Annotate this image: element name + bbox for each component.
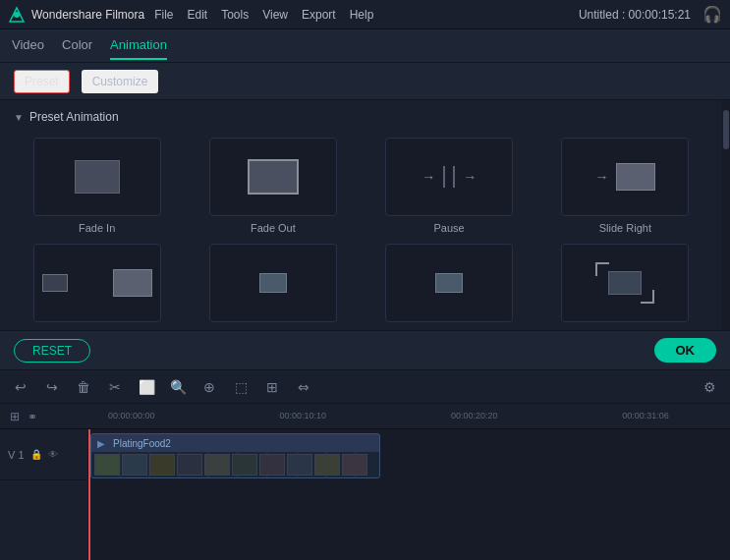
ok-button[interactable]: OK bbox=[654, 338, 717, 363]
scroll-bar[interactable] bbox=[722, 100, 730, 330]
animation-content: ▼ Preset Animation Fade In Fade Out bbox=[0, 100, 722, 330]
menu-export[interactable]: Export bbox=[302, 8, 336, 22]
anim-thumb-pause[interactable]: → → bbox=[385, 138, 513, 216]
tab-bar: Video Color Animation bbox=[0, 29, 730, 63]
adjust-button[interactable]: ⇔ bbox=[293, 376, 314, 398]
expand-corner-tl bbox=[595, 262, 609, 276]
anim-thumb-fade-out[interactable] bbox=[209, 138, 337, 216]
rotate-button[interactable]: ⊕ bbox=[198, 376, 220, 398]
toolbar: ↩ ↪ 🗑 ✂ ⬜ 🔍 ⊕ ⬚ ⊞ ⇔ ⚙ bbox=[0, 370, 730, 404]
pause-vline1 bbox=[443, 166, 445, 188]
time-ruler: 00:00:00:00 00:00:10:10 00:00:20:20 00:0… bbox=[108, 407, 720, 426]
split-button[interactable]: ⊞ bbox=[261, 376, 283, 398]
time-mark-1: 00:00:10:10 bbox=[279, 411, 326, 420]
subtab-preset[interactable]: Preset bbox=[14, 70, 70, 93]
filmstrip-frame-2 bbox=[122, 454, 147, 476]
timeline-header: ⊞ ⚭ 00:00:00:00 00:00:10:10 00:00:20:20 … bbox=[0, 404, 730, 429]
anim-thumb-row2-3[interactable]: ↺ bbox=[385, 244, 513, 322]
time-mark-3: 00:00:31:06 bbox=[622, 411, 669, 420]
anim-thumb-row2-1[interactable] bbox=[33, 244, 161, 322]
title-bar: Wondershare Filmora File Edit Tools View… bbox=[0, 0, 730, 29]
anim-label-pause: Pause bbox=[434, 222, 465, 234]
slide-right-rect bbox=[616, 163, 655, 191]
anim-item-pause[interactable]: → → Pause bbox=[366, 138, 533, 234]
anim-thumb-row2-2[interactable]: ↻ bbox=[209, 244, 337, 322]
anim-item-fade-out[interactable]: Fade Out bbox=[190, 138, 356, 234]
tab-color[interactable]: Color bbox=[62, 31, 92, 60]
expand-inner-rect bbox=[608, 271, 642, 295]
lock-icon[interactable]: 🔒 bbox=[30, 449, 42, 460]
playhead[interactable] bbox=[88, 429, 90, 560]
filmstrip-frame-4 bbox=[177, 454, 202, 476]
filmstrip-frame-10 bbox=[342, 454, 367, 476]
delete-button[interactable]: 🗑 bbox=[73, 376, 94, 398]
spin2-rect bbox=[435, 273, 463, 293]
filmstrip-frame-6 bbox=[232, 454, 257, 476]
timeline: ⊞ ⚭ 00:00:00:00 00:00:10:10 00:00:20:20 … bbox=[0, 404, 730, 560]
eye-icon[interactable]: 👁 bbox=[48, 449, 58, 460]
timeline-link-icon[interactable]: ⚭ bbox=[28, 410, 37, 423]
anim-item-slide-right[interactable]: → Slide Right bbox=[542, 138, 708, 234]
animation-grid: Fade In Fade Out → → bbox=[14, 138, 708, 328]
anim-thumb-row2-4[interactable] bbox=[561, 244, 689, 322]
reset-button[interactable]: RESET bbox=[14, 339, 90, 363]
anim-thumb-slide-right[interactable]: → bbox=[561, 138, 689, 216]
anim-item-row2-2[interactable]: ↻ bbox=[190, 244, 356, 328]
row2-1-large-rect bbox=[113, 269, 152, 297]
tab-video[interactable]: Video bbox=[12, 31, 44, 60]
section-header: ▼ Preset Animation bbox=[14, 110, 708, 124]
main-panel: ▼ Preset Animation Fade In Fade Out bbox=[0, 100, 730, 331]
anim-label-fade-in: Fade In bbox=[79, 222, 115, 234]
track-area[interactable]: ▶ PlatingFood2 bbox=[88, 429, 730, 560]
fade-out-rect bbox=[248, 159, 299, 195]
svg-point-1 bbox=[14, 12, 20, 18]
anim-item-row2-4[interactable] bbox=[542, 244, 708, 328]
anim-item-row2-1[interactable] bbox=[14, 244, 180, 328]
menu-help[interactable]: Help bbox=[350, 8, 374, 22]
subtab-bar: Preset Customize bbox=[0, 63, 730, 100]
redo-button[interactable]: ↪ bbox=[41, 376, 63, 398]
pause-arrow-right: → bbox=[463, 169, 477, 185]
clip-label: PlatingFood2 bbox=[113, 438, 171, 449]
expand-visual bbox=[595, 262, 654, 304]
app-name: Wondershare Filmora bbox=[31, 8, 144, 22]
menu-tools[interactable]: Tools bbox=[221, 8, 249, 22]
track-number: V 1 bbox=[8, 449, 25, 461]
menu-edit[interactable]: Edit bbox=[188, 8, 208, 22]
fade-in-rect bbox=[75, 160, 120, 194]
clip-video-icon: ▶ bbox=[97, 438, 105, 449]
undo-button[interactable]: ↩ bbox=[10, 376, 31, 398]
pause-vline2 bbox=[453, 166, 455, 188]
anim-item-fade-in[interactable]: Fade In bbox=[14, 138, 180, 234]
filmstrip-frame-3 bbox=[149, 454, 175, 476]
time-mark-2: 00:00:20:20 bbox=[451, 411, 498, 420]
filmstrip-frame-1 bbox=[94, 454, 120, 476]
video-clip[interactable]: ▶ PlatingFood2 bbox=[90, 433, 380, 478]
anim-label-slide-right: Slide Right bbox=[599, 222, 651, 234]
anim-thumb-fade-in[interactable] bbox=[33, 138, 161, 216]
settings-icon[interactable]: ⚙ bbox=[699, 376, 720, 398]
subtab-customize[interactable]: Customize bbox=[82, 70, 159, 93]
scroll-thumb bbox=[723, 110, 729, 149]
row2-1-small-rect bbox=[42, 274, 68, 292]
cut-button[interactable]: ✂ bbox=[104, 376, 126, 398]
anim-label-fade-out: Fade Out bbox=[251, 222, 296, 234]
headphone-icon[interactable]: 🎧 bbox=[702, 5, 722, 24]
time-mark-0: 00:00:00:00 bbox=[108, 411, 155, 420]
spin-rect bbox=[259, 273, 287, 293]
filmstrip-frame-7 bbox=[259, 454, 285, 476]
screenshot-button[interactable]: ⬚ bbox=[230, 376, 252, 398]
slide-right-arrow: → bbox=[594, 169, 608, 185]
timeline-add-track[interactable]: ⊞ bbox=[10, 410, 20, 423]
zoom-button[interactable]: 🔍 bbox=[167, 376, 189, 398]
anim-item-row2-3[interactable]: ↺ bbox=[366, 244, 533, 328]
crop-button[interactable]: ⬜ bbox=[136, 376, 157, 398]
menu-view[interactable]: View bbox=[262, 8, 288, 22]
tab-animation[interactable]: Animation bbox=[110, 31, 167, 60]
collapse-arrow[interactable]: ▼ bbox=[14, 112, 24, 123]
filmstrip-frame-5 bbox=[204, 454, 230, 476]
slide-right-visual: → bbox=[594, 163, 655, 191]
action-bar: RESET OK bbox=[0, 331, 730, 370]
track-labels: V 1 🔒 👁 bbox=[0, 429, 88, 560]
menu-file[interactable]: File bbox=[154, 8, 173, 22]
